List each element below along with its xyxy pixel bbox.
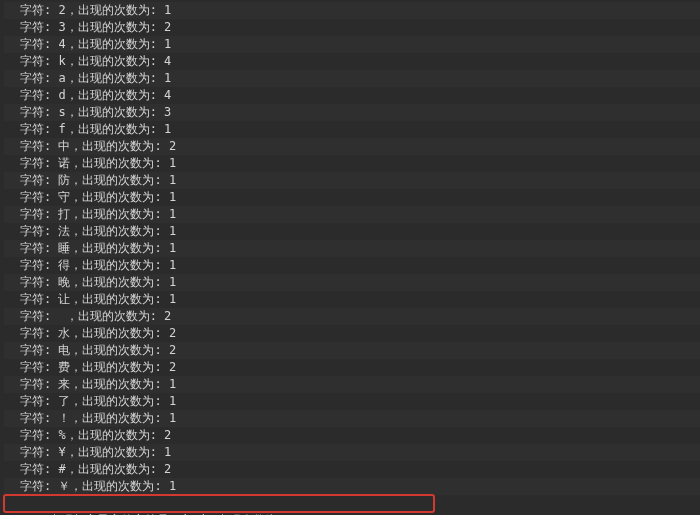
output-line: 字符: 了，出现的次数为: 1 — [4, 393, 700, 410]
output-line: 字符: 打，出现的次数为: 1 — [4, 206, 700, 223]
output-line: 字符: %，出现的次数为: 2 — [4, 427, 700, 444]
output-line: 字符: 来，出现的次数为: 1 — [4, 376, 700, 393]
output-line: 字符: ！，出现的次数为: 1 — [4, 410, 700, 427]
output-line: 字符: k，出现的次数为: 4 — [4, 53, 700, 70]
output-line: 字符: 让，出现的次数为: 1 — [4, 291, 700, 308]
output-line: 字符: 睡，出现的次数为: 1 — [4, 240, 700, 257]
output-line: 字符: 水，出现的次数为: 2 — [4, 325, 700, 342]
console-output: 字符: 2，出现的次数为: 1字符: 3，出现的次数为: 2字符: 4，出现的次… — [0, 0, 700, 515]
output-line: 字符: 诺，出现的次数为: 1 — [4, 155, 700, 172]
output-line: 字符: 4，出现的次数为: 1 — [4, 36, 700, 53]
output-line: 字符: a，出现的次数为: 1 — [4, 70, 700, 87]
output-line: 字符: s，出现的次数为: 3 — [4, 104, 700, 121]
output-line: 字符: ¥，出现的次数为: 1 — [4, 444, 700, 461]
output-line: 字符: f，出现的次数为: 1 — [4, 121, 700, 138]
summary-line: 出现频率最高的字符是: k,d，出现次数为: 4 — [4, 495, 434, 512]
output-line: 字符: 费，出现的次数为: 2 — [4, 359, 700, 376]
output-lines: 字符: 2，出现的次数为: 1字符: 3，出现的次数为: 2字符: 4，出现的次… — [4, 2, 700, 495]
output-line: 字符: ，出现的次数为: 2 — [4, 308, 700, 325]
output-line: 字符: ￥，出现的次数为: 1 — [4, 478, 700, 495]
output-line: 字符: 晚，出现的次数为: 1 — [4, 274, 700, 291]
output-line: 字符: 防，出现的次数为: 1 — [4, 172, 700, 189]
output-line: 字符: 法，出现的次数为: 1 — [4, 223, 700, 240]
output-line: 字符: 2，出现的次数为: 1 — [4, 2, 700, 19]
output-line: 字符: 守，出现的次数为: 1 — [4, 189, 700, 206]
output-line: 字符: 电，出现的次数为: 2 — [4, 342, 700, 359]
output-line: 字符: 3，出现的次数为: 2 — [4, 19, 700, 36]
output-line: 字符: 中，出现的次数为: 2 — [4, 138, 700, 155]
output-line: 字符: d，出现的次数为: 4 — [4, 87, 700, 104]
output-line: 字符: #，出现的次数为: 2 — [4, 461, 700, 478]
output-line: 字符: 得，出现的次数为: 1 — [4, 257, 700, 274]
